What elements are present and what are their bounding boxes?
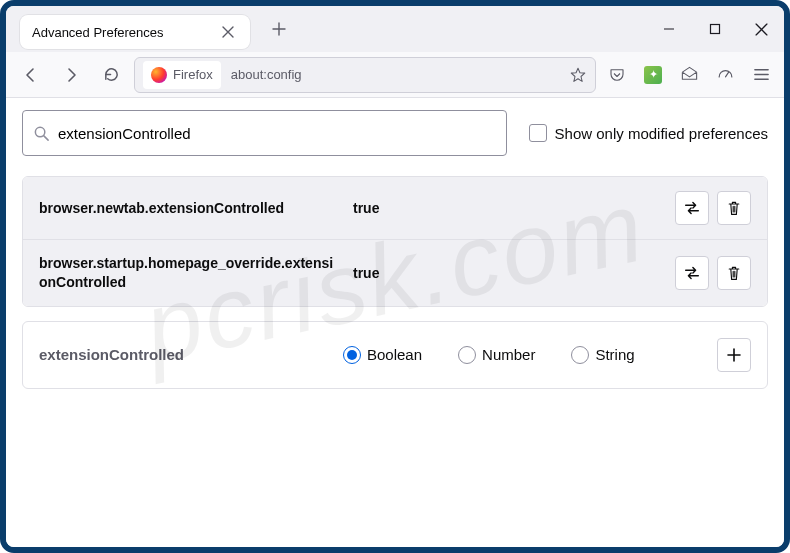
- radio-string[interactable]: String: [571, 346, 634, 364]
- config-search-box[interactable]: [22, 110, 507, 156]
- add-button[interactable]: [717, 338, 751, 372]
- inbox-icon[interactable]: [674, 60, 704, 90]
- checkbox-icon: [529, 124, 547, 142]
- svg-rect-0: [711, 25, 720, 34]
- dashboard-icon[interactable]: [710, 60, 740, 90]
- search-row: Show only modified preferences: [22, 110, 768, 156]
- window-controls: [646, 6, 784, 52]
- titlebar: Advanced Preferences: [6, 6, 784, 52]
- maximize-button[interactable]: [692, 6, 738, 52]
- tab-advanced-preferences[interactable]: Advanced Preferences: [20, 15, 250, 49]
- extension-icon[interactable]: ✦: [638, 60, 668, 90]
- add-pref-name: extensionControlled: [39, 346, 329, 363]
- delete-button[interactable]: [717, 256, 751, 290]
- pref-row[interactable]: browser.newtab.extensionControlled true: [23, 177, 767, 239]
- nav-toolbar: Firefox about:config ✦: [6, 52, 784, 98]
- reload-button[interactable]: [94, 58, 128, 92]
- add-pref-row: extensionControlled Boolean Number Strin…: [22, 321, 768, 389]
- toggle-button[interactable]: [675, 256, 709, 290]
- close-button[interactable]: [738, 6, 784, 52]
- pref-value: true: [353, 265, 661, 281]
- firefox-logo-icon: [151, 67, 167, 83]
- radio-icon: [458, 346, 476, 364]
- radio-icon: [571, 346, 589, 364]
- delete-button[interactable]: [717, 191, 751, 225]
- toggle-button[interactable]: [675, 191, 709, 225]
- radio-icon: [343, 346, 361, 364]
- about-config-content: Show only modified preferences browser.n…: [6, 98, 784, 547]
- new-tab-button[interactable]: [264, 18, 294, 40]
- forward-button[interactable]: [54, 58, 88, 92]
- pref-value: true: [353, 200, 661, 216]
- tab-title: Advanced Preferences: [32, 25, 164, 40]
- url-text: about:config: [231, 67, 302, 82]
- minimize-button[interactable]: [646, 6, 692, 52]
- pref-name: browser.startup.homepage_override.extens…: [39, 254, 339, 292]
- config-search-input[interactable]: [58, 125, 496, 142]
- pocket-icon[interactable]: [602, 60, 632, 90]
- show-modified-checkbox[interactable]: Show only modified preferences: [529, 124, 768, 142]
- identity-box[interactable]: Firefox: [143, 61, 221, 89]
- pref-row[interactable]: browser.startup.homepage_override.extens…: [23, 239, 767, 306]
- type-radio-group: Boolean Number String: [343, 346, 703, 364]
- menu-button[interactable]: [746, 60, 776, 90]
- back-button[interactable]: [14, 58, 48, 92]
- bookmark-star-icon[interactable]: [569, 66, 587, 84]
- radio-boolean[interactable]: Boolean: [343, 346, 422, 364]
- radio-number[interactable]: Number: [458, 346, 535, 364]
- show-modified-label: Show only modified preferences: [555, 125, 768, 142]
- browser-window: Advanced Preferences Firefox about:confi…: [0, 0, 790, 553]
- tab-close-icon[interactable]: [218, 24, 238, 40]
- identity-label: Firefox: [173, 67, 213, 82]
- search-icon: [33, 125, 50, 142]
- url-bar[interactable]: Firefox about:config: [134, 57, 596, 93]
- preferences-list: browser.newtab.extensionControlled true …: [22, 176, 768, 307]
- pref-name: browser.newtab.extensionControlled: [39, 199, 339, 218]
